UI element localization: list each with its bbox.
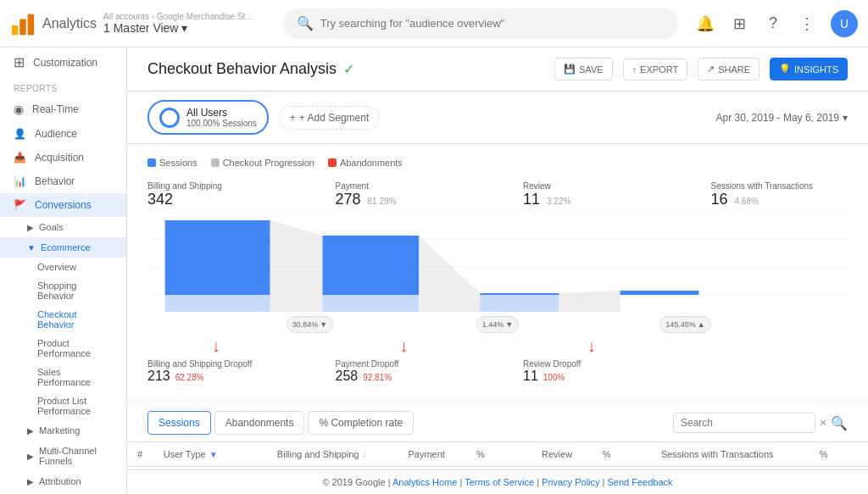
dropoffs-row: Billing and Shipping Dropoff 213 62.28% … <box>147 359 848 384</box>
col-payment-pct-header: % <box>466 442 531 467</box>
logo-area: Analytics <box>10 11 97 36</box>
customization-icon: ⊞ <box>14 54 25 70</box>
dropoff-2: Payment Dropoff 258 92.81% <box>336 359 473 384</box>
search-bar[interactable]: 🔍 <box>283 8 678 39</box>
abandonments-dot <box>328 158 337 167</box>
connector-badge-2: 1.44% ▼ <box>476 316 519 333</box>
sidebar-sub-checkout[interactable]: Checkout Behavior <box>0 305 126 334</box>
chart-area: Sessions Checkout Progression Abandonmen… <box>127 144 868 397</box>
svg-rect-14 <box>480 295 559 312</box>
sessions-dot <box>147 158 156 167</box>
col-review-header: Review <box>531 442 593 467</box>
table-search-icon[interactable]: 🔍 <box>831 415 848 431</box>
col-usertype-header[interactable]: User Type ▼ <box>153 442 267 467</box>
col-sessions-pct-header: % <box>810 442 868 467</box>
main-content: Checkout Behavior Analysis ✓ 💾 SAVE ↑ EX… <box>127 47 868 494</box>
sidebar-item-ecommerce[interactable]: ▼ Ecommerce <box>0 237 126 258</box>
footer-feedback[interactable]: Send Feedback <box>608 477 673 487</box>
export-icon: ↑ <box>632 64 637 75</box>
svg-rect-2 <box>28 14 35 34</box>
tab-abandonments[interactable]: Abandonments <box>214 411 305 435</box>
sidebar-item-conversions[interactable]: 🚩 Conversions <box>0 193 126 217</box>
legend-sessions: Sessions <box>147 158 198 168</box>
connector-badge-1: 30.84% ▼ <box>287 316 333 333</box>
export-button[interactable]: ↑ EXPORT <box>623 58 688 80</box>
legend-progression: Checkout Progression <box>211 158 314 168</box>
footer-analytics-home[interactable]: Analytics Home <box>392 477 457 487</box>
connector-badge-3: 145.45% ▲ <box>659 316 710 333</box>
help-icon[interactable]: ? <box>763 14 783 34</box>
sidebar-item-marketing[interactable]: ▶ Marketing <box>0 420 126 441</box>
sidebar-item-customization[interactable]: ⊞ Customization <box>0 47 126 77</box>
svg-rect-11 <box>323 295 420 312</box>
date-range[interactable]: Apr 30, 2019 - May 6, 2019 ▾ <box>716 112 848 124</box>
sidebar-item-attribution[interactable]: ▶ Attribution <box>0 471 126 491</box>
sidebar-sub-product-list[interactable]: Product List Performance <box>0 391 126 420</box>
col-payment-header: Payment <box>398 442 465 467</box>
funnel-svg <box>147 212 848 322</box>
footer-privacy[interactable]: Privacy Policy <box>542 477 599 487</box>
segment-info: All Users 100.00% Sessions <box>186 107 257 128</box>
drop-arrow-3: ↓ <box>587 336 596 356</box>
segment-area: All Users 100.00% Sessions + + Add Segme… <box>127 92 868 144</box>
sidebar-item-behavior[interactable]: 📊 Behavior <box>0 169 126 193</box>
svg-rect-7 <box>165 220 270 295</box>
save-button[interactable]: 💾 SAVE <box>554 58 613 80</box>
legend: Sessions Checkout Progression Abandonmen… <box>147 158 848 168</box>
step1-label: Billing and Shipping 342 <box>147 181 285 208</box>
footer: © 2019 Google | Analytics Home | Terms o… <box>127 469 868 494</box>
svg-rect-13 <box>480 293 559 295</box>
more-icon[interactable]: ⋮ <box>797 14 817 34</box>
tabs-table-area: Sessions Abandonments % Completion rate … <box>127 404 868 469</box>
account-selector[interactable]: 1 Master View ▾ <box>103 21 253 35</box>
drop-arrows-row: ↓ ↓ ↓ <box>147 336 848 356</box>
sidebar-sub-sales[interactable]: Sales Performance <box>0 363 126 391</box>
sidebar-sub-overview[interactable]: Overview <box>0 258 126 276</box>
main-layout: ⊞ Customization REPORTS ◉ Real-Time 👤 Au… <box>0 47 868 494</box>
svg-rect-1 <box>19 19 26 35</box>
usertype-sort-icon: ▼ <box>209 450 218 459</box>
svg-marker-9 <box>270 220 323 312</box>
sidebar: ⊞ Customization REPORTS ◉ Real-Time 👤 Au… <box>0 47 127 494</box>
sidebar-sub-shopping[interactable]: Shopping Behavior <box>0 276 126 305</box>
marketing-expand-icon: ▶ <box>27 426 34 436</box>
header-actions: 💾 SAVE ↑ EXPORT ↗ SHARE 💡 INSIGHTS <box>554 58 848 80</box>
verified-badge: ✓ <box>343 61 354 77</box>
sidebar-item-multichannel[interactable]: ▶ Multi-Channel Funnels <box>0 441 126 471</box>
col-num-header: # <box>127 442 153 467</box>
progression-dot <box>211 158 220 167</box>
table-search-clear-icon[interactable]: ✕ <box>819 417 827 429</box>
search-input[interactable] <box>320 17 665 30</box>
goals-expand-icon: ▶ <box>27 223 34 232</box>
svg-marker-15 <box>559 291 620 312</box>
col-billing-header[interactable]: Billing and Shipping ↓ <box>267 442 398 467</box>
apps-icon[interactable]: ⊞ <box>729 14 749 34</box>
search-icon: 🔍 <box>297 15 314 31</box>
add-segment-button[interactable]: + + Add Segment <box>279 106 380 130</box>
legend-abandonments: Abandonments <box>328 158 403 168</box>
notification-icon[interactable]: 🔔 <box>695 14 715 34</box>
segment-pill[interactable]: All Users 100.00% Sessions <box>147 100 269 135</box>
svg-rect-8 <box>165 295 270 312</box>
col-sessions-header: Sessions with Transactions <box>651 442 810 467</box>
sidebar-item-acquisition[interactable]: 📥 Acquisition <box>0 146 126 169</box>
conversions-icon: 🚩 <box>14 199 26 211</box>
sidebar-item-goals[interactable]: ▶ Goals <box>0 217 126 237</box>
svg-rect-16 <box>620 291 699 295</box>
sidebar-sub-product-perf[interactable]: Product Performance <box>0 334 126 363</box>
table-search-input[interactable] <box>673 413 815 433</box>
insights-button[interactable]: 💡 INSIGHTS <box>770 58 848 80</box>
footer-terms[interactable]: Terms of Service <box>465 477 534 487</box>
col-review-pct-header: % <box>593 442 651 467</box>
share-button[interactable]: ↗ SHARE <box>698 58 760 80</box>
ecommerce-expand-icon: ▼ <box>27 243 36 253</box>
tab-completion-rate[interactable]: % Completion rate <box>308 411 414 435</box>
audience-icon: 👤 <box>14 128 26 140</box>
analytics-logo-icon <box>10 11 36 36</box>
tab-sessions[interactable]: Sessions <box>147 411 211 435</box>
drop-arrow-1: ↓ <box>212 336 220 356</box>
behavior-icon: 📊 <box>14 175 26 187</box>
avatar[interactable]: U <box>831 10 858 37</box>
sidebar-item-audience[interactable]: 👤 Audience <box>0 122 126 146</box>
sidebar-item-realtime[interactable]: ◉ Real-Time <box>0 97 126 122</box>
